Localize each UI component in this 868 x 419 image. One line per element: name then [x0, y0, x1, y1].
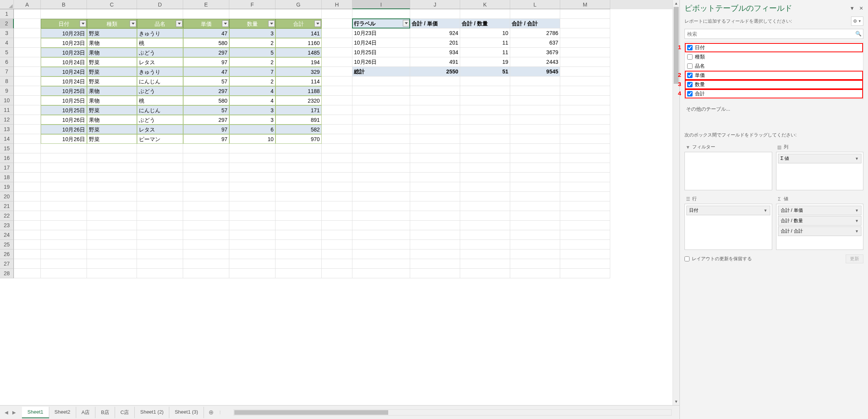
column-header-F[interactable]: F [229, 0, 275, 9]
cell-I13[interactable] [352, 125, 410, 134]
cell-F21[interactable] [229, 201, 275, 211]
pivot-date[interactable]: 10月25日 [352, 48, 410, 57]
cell-J19[interactable] [410, 182, 460, 192]
cell-K25[interactable] [460, 240, 510, 249]
columns-drop-zone[interactable]: Σ 値▼ [776, 152, 864, 190]
cell-G28[interactable] [275, 269, 322, 278]
cell-G24[interactable] [275, 230, 322, 240]
row-header-20[interactable]: 20 [0, 192, 14, 201]
add-sheet-button[interactable]: ⊕ [204, 409, 218, 416]
cell-G18[interactable] [275, 173, 322, 182]
column-header-C[interactable]: C [87, 0, 137, 9]
cell-E28[interactable] [183, 269, 229, 278]
cell-E17[interactable] [183, 163, 229, 173]
filter-dropdown-0[interactable] [80, 20, 86, 27]
table-total[interactable]: 1160 [275, 38, 322, 48]
cell-K23[interactable] [460, 221, 510, 230]
cell-M28[interactable] [560, 269, 610, 278]
cell-F18[interactable] [229, 173, 275, 182]
cell-A6[interactable] [14, 57, 41, 67]
cell-J13[interactable] [410, 125, 460, 134]
cell-C23[interactable] [87, 221, 137, 230]
column-header-M[interactable]: M [560, 0, 610, 9]
cell-G16[interactable] [275, 153, 322, 163]
row-header-13[interactable]: 13 [0, 125, 14, 134]
cell-I19[interactable] [352, 182, 410, 192]
cell-C17[interactable] [87, 163, 137, 173]
cell-I22[interactable] [352, 211, 410, 221]
pivot-total[interactable]: 2443 [510, 57, 560, 67]
table-qty[interactable]: 6 [229, 125, 275, 134]
cell-I21[interactable] [352, 201, 410, 211]
table-total[interactable]: 1188 [275, 86, 322, 96]
chevron-down-icon[interactable]: ▼ [855, 219, 859, 223]
row-header-9[interactable]: 9 [0, 86, 14, 96]
cell-M21[interactable] [560, 201, 610, 211]
horizontal-scrollbar[interactable] [234, 409, 672, 416]
cell-M23[interactable] [560, 221, 610, 230]
row-header-14[interactable]: 14 [0, 134, 14, 144]
cell-A21[interactable] [14, 201, 41, 211]
row-header-15[interactable]: 15 [0, 144, 14, 153]
cell-C25[interactable] [87, 240, 137, 249]
cell-I20[interactable] [352, 192, 410, 201]
pivot-grand-total[interactable]: 9545 [510, 67, 560, 76]
cell-H6[interactable] [322, 57, 352, 67]
table-price[interactable]: 580 [183, 96, 229, 105]
cell-G19[interactable] [275, 182, 322, 192]
cell-I17[interactable] [352, 163, 410, 173]
cell-F25[interactable] [229, 240, 275, 249]
cell-E27[interactable] [183, 259, 229, 269]
cell-E20[interactable] [183, 192, 229, 201]
table-kind[interactable]: 果物 [87, 86, 137, 96]
cell-K26[interactable] [460, 249, 510, 259]
table-qty[interactable]: 2 [229, 38, 275, 48]
scroll-down-arrow[interactable]: ▼ [673, 398, 679, 405]
cell-H14[interactable] [322, 134, 352, 144]
cell-D27[interactable] [137, 259, 183, 269]
cell-K8[interactable] [460, 76, 510, 86]
field-checkbox-数量[interactable] [687, 82, 693, 87]
cell-K18[interactable] [460, 173, 510, 182]
cell-B23[interactable] [41, 221, 87, 230]
pivot-grand-label[interactable]: 総計 [352, 67, 410, 76]
field-item-種類[interactable]: 種類 [685, 52, 863, 62]
table-kind[interactable]: 野菜 [87, 57, 137, 67]
cell-G15[interactable] [275, 144, 322, 153]
field-checkbox-合計[interactable] [687, 91, 693, 96]
cell-A10[interactable] [14, 96, 41, 105]
sheet-tab-Sheet2[interactable]: Sheet2 [49, 407, 76, 418]
cell-D23[interactable] [137, 221, 183, 230]
cell-M9[interactable] [560, 86, 610, 96]
cell-C1[interactable] [87, 9, 137, 19]
table-name[interactable]: にんじん [137, 76, 183, 86]
cell-H11[interactable] [322, 105, 352, 115]
table-date[interactable]: 10月24日 [41, 76, 87, 86]
table-total[interactable]: 891 [275, 115, 322, 125]
cell-J25[interactable] [410, 240, 460, 249]
cell-D22[interactable] [137, 211, 183, 221]
cell-H8[interactable] [322, 76, 352, 86]
cell-E26[interactable] [183, 249, 229, 259]
cell-G22[interactable] [275, 211, 322, 221]
cell-C16[interactable] [87, 153, 137, 163]
cell-I10[interactable] [352, 96, 410, 105]
field-item-単価[interactable]: 単価2 [685, 71, 863, 80]
table-name[interactable]: にんじん [137, 105, 183, 115]
cell-A2[interactable] [14, 19, 41, 28]
pivot-grand-qty[interactable]: 51 [460, 67, 510, 76]
cell-F27[interactable] [229, 259, 275, 269]
cell-A17[interactable] [14, 163, 41, 173]
pivot-date[interactable]: 10月24日 [352, 38, 410, 48]
cell-J23[interactable] [410, 221, 460, 230]
row-header-12[interactable]: 12 [0, 115, 14, 125]
table-price[interactable]: 97 [183, 57, 229, 67]
column-header-I[interactable]: I [352, 0, 410, 9]
cell-A13[interactable] [14, 125, 41, 134]
cell-A20[interactable] [14, 192, 41, 201]
cell-L20[interactable] [510, 192, 560, 201]
cell-A18[interactable] [14, 173, 41, 182]
cell-K16[interactable] [460, 153, 510, 163]
cell-J24[interactable] [410, 230, 460, 240]
cell-E21[interactable] [183, 201, 229, 211]
